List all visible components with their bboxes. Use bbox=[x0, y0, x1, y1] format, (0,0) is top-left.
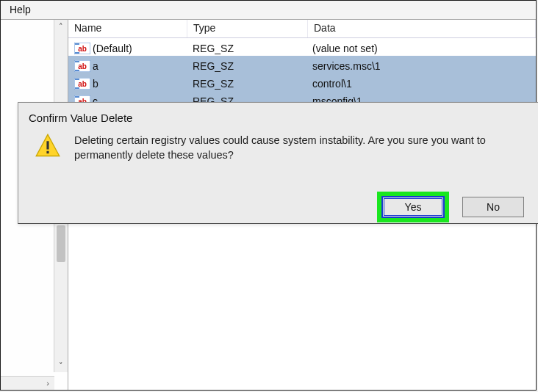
scroll-down-icon[interactable]: ˅ bbox=[56, 359, 66, 372]
value-name: (Default) bbox=[93, 43, 132, 54]
value-data-cell: control\1 bbox=[306, 73, 536, 91]
column-data[interactable]: Data bbox=[308, 20, 536, 37]
value-name-cell: aba bbox=[68, 56, 187, 73]
value-data-cell: (value not set) bbox=[306, 38, 536, 56]
value-type: REG_SZ bbox=[193, 78, 234, 90]
column-name[interactable]: Name bbox=[68, 20, 187, 37]
menu-bar: Help bbox=[1, 1, 536, 18]
value-name: a bbox=[93, 60, 98, 72]
warning-icon bbox=[35, 133, 61, 159]
dialog-buttons: Yes No bbox=[18, 191, 538, 223]
highlight-box: Yes bbox=[377, 192, 449, 222]
value-type-cell: REG_SZ bbox=[187, 56, 306, 73]
value-type-cell: REG_SZ bbox=[187, 73, 306, 91]
value-name-cell: abb bbox=[68, 73, 187, 91]
value-type: REG_SZ bbox=[193, 60, 234, 72]
value-data: control\1 bbox=[312, 78, 352, 90]
dialog-message: Deleting certain registry values could c… bbox=[74, 133, 515, 163]
string-value-icon: ab bbox=[74, 78, 90, 90]
svg-text:ab: ab bbox=[78, 80, 87, 88]
value-data: (value not set) bbox=[312, 43, 378, 54]
table-row[interactable]: ab(Default)REG_SZ(value not set) bbox=[68, 38, 536, 56]
confirm-dialog: Confirm Value Delete Deleting certain re… bbox=[18, 102, 538, 224]
svg-rect-18 bbox=[46, 151, 49, 153]
value-data: services.msc\1 bbox=[312, 60, 381, 72]
svg-text:ab: ab bbox=[78, 45, 87, 53]
table-row[interactable]: abaREG_SZservices.msc\1 bbox=[68, 56, 536, 73]
table-row[interactable]: abbREG_SZcontrol\1 bbox=[68, 73, 536, 91]
svg-text:ab: ab bbox=[78, 62, 87, 70]
string-value-icon: ab bbox=[74, 60, 90, 72]
scroll-up-icon[interactable]: ˄ bbox=[56, 20, 66, 33]
value-name-cell: ab(Default) bbox=[68, 38, 187, 56]
string-value-icon: ab bbox=[74, 43, 90, 54]
column-header[interactable]: Name Type Data bbox=[68, 20, 536, 38]
value-type: REG_SZ bbox=[193, 43, 234, 54]
tree-horizontal-scrollbar[interactable]: › bbox=[1, 376, 54, 390]
yes-button[interactable]: Yes bbox=[381, 196, 445, 218]
dialog-title: Confirm Value Delete bbox=[18, 103, 538, 124]
column-type[interactable]: Type bbox=[187, 20, 308, 37]
no-button[interactable]: No bbox=[462, 197, 524, 217]
value-name: b bbox=[93, 78, 98, 90]
scroll-right-icon[interactable]: › bbox=[41, 377, 54, 390]
menu-help[interactable]: Help bbox=[5, 2, 35, 17]
value-data-cell: services.msc\1 bbox=[306, 56, 536, 73]
svg-rect-17 bbox=[46, 141, 49, 149]
scroll-thumb[interactable] bbox=[57, 225, 65, 262]
value-type-cell: REG_SZ bbox=[187, 38, 306, 56]
